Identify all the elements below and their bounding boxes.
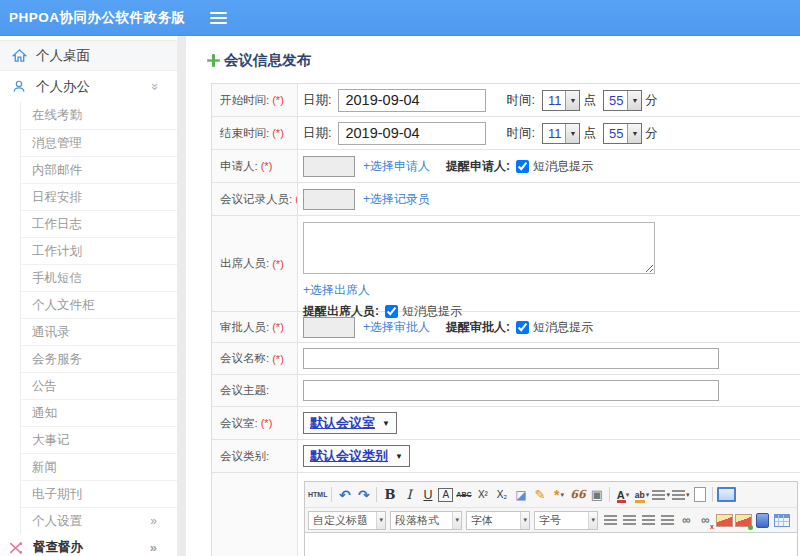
form-row-meeting-type: 会议类别: 默认会议类别 ▼ xyxy=(212,440,800,473)
format-painter-icon[interactable]: *▾ xyxy=(550,485,567,504)
sidebar-item-8[interactable]: 通讯录 xyxy=(21,318,177,345)
eraser-icon[interactable]: ◪ xyxy=(512,485,529,504)
align-right-icon[interactable] xyxy=(640,511,657,530)
sidebar-item-label: 通知 xyxy=(32,405,57,422)
sidebar-item-label: 消息管理 xyxy=(32,135,82,152)
select-caret-icon: ▾ xyxy=(452,512,461,529)
sidebar-item-7[interactable]: 个人文件柜 xyxy=(21,291,177,318)
start-hour-select[interactable]: 11 ▼ xyxy=(542,90,580,111)
fullscreen-icon[interactable] xyxy=(717,485,736,504)
blockquote-icon[interactable]: 66 xyxy=(569,485,586,504)
sidebar-item-label: 在线考勤 xyxy=(32,107,82,124)
unlink-icon[interactable]: ∞ xyxy=(697,511,714,530)
top-bar: PHPOA协同办公软件政务版 xyxy=(0,0,800,36)
insert-media-icon[interactable] xyxy=(754,511,771,530)
sidebar-item-10[interactable]: 公告 xyxy=(21,372,177,399)
dropdown-caret-icon: ▾ xyxy=(560,491,564,499)
end-minute-select[interactable]: 55 ▼ xyxy=(603,123,642,144)
sidebar-item-12[interactable]: 大事记 xyxy=(21,426,177,453)
upload-image-icon[interactable] xyxy=(735,511,752,530)
sidebar-item-14[interactable]: 电子期刊 xyxy=(21,480,177,507)
sidebar-item-0[interactable]: 在线考勤 xyxy=(21,102,177,129)
paragraph-format-select[interactable]: 段落格式▾ xyxy=(390,511,462,530)
required-mark: (*) xyxy=(261,417,273,429)
underline-icon[interactable]: U xyxy=(419,485,436,504)
ordered-list-icon[interactable]: ▾ xyxy=(652,485,670,504)
html-source-icon[interactable]: HTML xyxy=(308,485,327,504)
choose-approver-link[interactable]: +选择审批人 xyxy=(363,319,430,336)
applicant-input[interactable] xyxy=(303,156,355,177)
sidebar-item-settings[interactable]: 个人设置 » xyxy=(21,507,177,534)
undo-icon[interactable]: ↶ xyxy=(336,485,353,504)
sidebar-item-supervision[interactable]: 督查督办 » xyxy=(0,534,177,556)
select-caret-icon: ▼ xyxy=(565,91,579,110)
superscript-icon[interactable]: X² xyxy=(474,485,491,504)
highlight-color-icon[interactable]: ab▾ xyxy=(633,485,650,504)
insert-table-icon[interactable] xyxy=(773,511,790,530)
select-label: 自定义标题 xyxy=(313,513,368,528)
clean-format-icon[interactable]: ✎ xyxy=(531,485,548,504)
font-family-select[interactable]: 字体▾ xyxy=(466,511,530,530)
editor-toolbar-row2: 自定义标题▾段落格式▾字体▾字号▾∞∞ xyxy=(305,507,797,532)
hour-unit-label: 点 xyxy=(583,125,596,142)
form-row-content: HTML↶↷BIUAABCX²X₂◪✎*▾66▣A▾ab▾▾▾ 自定义标题▾段落… xyxy=(212,473,800,556)
applicant-sms-checkbox[interactable] xyxy=(516,160,529,173)
sidebar-item-5[interactable]: 工作计划 xyxy=(21,237,177,264)
link-icon[interactable]: ∞ xyxy=(678,511,695,530)
sidebar-item-label: 个人桌面 xyxy=(36,47,90,65)
strikethrough-icon[interactable]: ABC xyxy=(455,485,472,504)
start-date-input[interactable] xyxy=(338,89,486,112)
align-left-icon[interactable] xyxy=(602,511,619,530)
end-hour-select[interactable]: 11 ▼ xyxy=(542,123,580,144)
add-plus-icon xyxy=(207,54,220,67)
sidebar-item-4[interactable]: 工作日志 xyxy=(21,210,177,237)
redo-icon[interactable]: ↷ xyxy=(355,485,372,504)
dropdown-caret-icon: ▾ xyxy=(686,491,690,499)
meeting-type-select[interactable]: 默认会议类别 ▼ xyxy=(303,445,410,467)
select-caret-icon: ▾ xyxy=(588,512,597,529)
bold-icon[interactable]: B xyxy=(381,485,398,504)
unordered-list-icon[interactable]: ▾ xyxy=(672,485,690,504)
meeting-name-input[interactable] xyxy=(303,348,719,369)
paste-icon[interactable]: ▣ xyxy=(588,485,605,504)
sidebar: 个人桌面 个人办公 » 在线考勤消息管理内部邮件日程安排工作日志工作计划手机短信… xyxy=(0,36,177,556)
align-justify-icon[interactable] xyxy=(659,511,676,530)
start-minute-select[interactable]: 55 ▼ xyxy=(603,90,642,111)
sidebar-item-3[interactable]: 日程安排 xyxy=(21,183,177,210)
sidebar-item-office[interactable]: 个人办公 » xyxy=(0,71,177,102)
sidebar-item-11[interactable]: 通知 xyxy=(21,399,177,426)
custom-title-select[interactable]: 自定义标题▾ xyxy=(308,511,386,530)
meeting-subject-input[interactable] xyxy=(303,380,719,401)
sidebar-item-13[interactable]: 新闻 xyxy=(21,453,177,480)
meeting-form: 开始时间: (*) 日期: 时间: 11 ▼ 点 55 ▼ 分 xyxy=(211,83,800,556)
attendees-textarea[interactable] xyxy=(303,222,655,274)
italic-icon[interactable]: I xyxy=(400,485,417,504)
subscript-icon[interactable]: X₂ xyxy=(493,485,510,504)
align-center-icon[interactable] xyxy=(621,511,638,530)
sidebar-item-desktop[interactable]: 个人桌面 xyxy=(0,40,177,71)
editor-content-area[interactable] xyxy=(305,532,797,556)
form-row-applicant: 申请人: (*) +选择申请人 提醒申请人: 短消息提示 xyxy=(212,150,800,183)
form-row-attendees: 出席人员: (*) +选择出席人 提醒出席人员: 短消息提示 xyxy=(212,216,800,312)
choose-attendees-link[interactable]: +选择出席人 xyxy=(303,283,370,297)
insert-image-icon[interactable] xyxy=(716,511,733,530)
new-page-icon[interactable] xyxy=(691,485,708,504)
toolbar-separator xyxy=(609,487,610,502)
form-row-meeting-name: 会议名称: (*) xyxy=(212,343,800,375)
font-size-select[interactable]: 字号▾ xyxy=(534,511,598,530)
sidebar-item-2[interactable]: 内部邮件 xyxy=(21,156,177,183)
end-date-input[interactable] xyxy=(338,122,486,145)
sidebar-item-6[interactable]: 手机短信 xyxy=(21,264,177,291)
border-text-icon[interactable]: A xyxy=(438,488,453,502)
sidebar-item-9[interactable]: 会务服务 xyxy=(21,345,177,372)
font-color-icon[interactable]: A▾ xyxy=(614,485,631,504)
recorder-input[interactable] xyxy=(303,189,355,210)
meeting-room-select[interactable]: 默认会议室 ▼ xyxy=(303,412,397,434)
menu-toggle-icon[interactable] xyxy=(210,12,227,24)
approver-sms-checkbox[interactable] xyxy=(516,321,529,334)
main-content: 会议信息发布 开始时间: (*) 日期: 时间: 11 ▼ 点 55 ▼ xyxy=(186,36,800,556)
choose-applicant-link[interactable]: +选择申请人 xyxy=(363,158,430,175)
sidebar-item-1[interactable]: 消息管理 xyxy=(21,129,177,156)
choose-recorder-link[interactable]: +选择记录员 xyxy=(363,191,430,208)
approver-input[interactable] xyxy=(303,317,355,338)
